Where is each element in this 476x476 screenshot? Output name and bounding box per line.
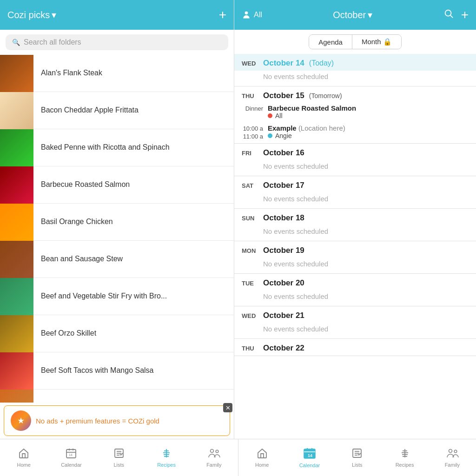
svg-point-1: [445, 10, 451, 16]
picks-dropdown-arrow: ▾: [52, 9, 56, 20]
view-toggle: Agenda Month 🔒: [309, 34, 402, 49]
day-date: October 17: [263, 181, 304, 190]
bottom-nav-container: Home 14 Calendar: [0, 439, 476, 476]
family-icon-left: [207, 448, 220, 460]
event-title: Example (Location here): [268, 124, 469, 132]
recipe-item[interactable]: Basil Orange Chicken: [0, 204, 234, 241]
search-button[interactable]: [443, 8, 454, 21]
calendar-day: THU October 22: [234, 339, 476, 356]
today-label: (Today): [309, 59, 334, 67]
recipe-item[interactable]: Beef Orzo Skillet: [0, 315, 234, 352]
calendar-event[interactable]: Dinner Barbecue Roasted Salmon All: [234, 103, 476, 123]
left-header-title[interactable]: Cozi picks ▾: [7, 9, 56, 20]
nav-item-home-right[interactable]: Home: [238, 439, 286, 476]
person-dot: [268, 133, 272, 138]
svg-point-34: [454, 450, 457, 453]
recipe-item[interactable]: Bean and Sausage Stew: [0, 241, 234, 278]
day-header: WED October 14 (Today): [234, 54, 476, 71]
recipe-thumbnail: [0, 55, 33, 92]
recipe-list: Alan's Flank Steak Bacon Cheddar Apple F…: [0, 55, 234, 403]
month-label: October: [333, 10, 366, 20]
calendar-content: WED October 14 (Today) No events schedul…: [234, 54, 476, 439]
calendar-icon-right: 14: [304, 448, 316, 461]
day-header: WED October 21: [234, 306, 476, 323]
home-icon-right: [257, 448, 268, 460]
family-icon-right: [446, 448, 459, 460]
search-icon: [443, 8, 454, 19]
month-tab[interactable]: Month 🔒: [352, 35, 401, 49]
recipe-thumbnail: [0, 166, 33, 204]
agenda-tab[interactable]: Agenda: [309, 35, 352, 49]
svg-point-17: [211, 449, 214, 452]
search-placeholder: Search all folders: [24, 38, 81, 46]
day-of-week: FRI: [242, 150, 258, 157]
calendar-day: WED October 14 (Today) No events schedul…: [234, 54, 476, 86]
no-events-text: No events scheduled: [234, 291, 476, 306]
recipe-thumbnail: [0, 92, 33, 129]
recipe-name: Alan's Flank Steak: [33, 68, 110, 78]
search-icon: 🔍: [12, 39, 20, 46]
month-selector[interactable]: October ▾: [333, 9, 372, 20]
person-filter[interactable]: All: [242, 10, 262, 20]
day-of-week: THU: [242, 93, 258, 99]
day-header: SUN October 18: [234, 209, 476, 225]
day-date: October 14: [263, 59, 304, 68]
home-icon-left: [18, 448, 29, 460]
nav-item-family-left[interactable]: Family: [190, 439, 238, 476]
recipe-name: Bean and Sausage Stew: [33, 254, 130, 264]
nav-item-family-right[interactable]: Family: [429, 439, 476, 476]
nav-label-calendar-right: Calendar: [299, 463, 320, 468]
person-name: All: [275, 112, 283, 119]
day-date: October 15: [263, 91, 304, 100]
event-person: Angie: [268, 132, 469, 139]
nav-label-recipes-left: Recipes: [157, 462, 176, 468]
nav-label-home-left: Home: [17, 462, 30, 468]
nav-item-lists-right[interactable]: Lists: [333, 439, 381, 476]
add-recipe-button[interactable]: +: [219, 8, 226, 21]
recipe-item[interactable]: Alan's Flank Steak: [0, 55, 234, 92]
recipe-name: Beef and Vegetable Stir Fry with Bro...: [33, 291, 174, 301]
nav-item-recipes-right[interactable]: Recipes: [381, 439, 428, 476]
no-events-text: No events scheduled: [234, 160, 476, 176]
recipe-item[interactable]: Beef Soft Tacos with Mango Salsa: [0, 352, 234, 390]
calendar-day: FRI October 16 No events scheduled: [234, 144, 476, 176]
event-time: Dinner: [242, 104, 263, 122]
no-events-text: No events scheduled: [234, 193, 476, 208]
recipe-item[interactable]: Beef and Vegetable Stir Fry with Bro...: [0, 278, 234, 315]
nav-item-home-left[interactable]: Home: [0, 439, 47, 476]
nav-item-lists-left[interactable]: Lists: [95, 439, 143, 476]
day-header: MON October 19: [234, 241, 476, 258]
nav-item-calendar-right[interactable]: 14 Calendar: [286, 439, 333, 476]
ad-banner[interactable]: ★ No ads + premium features = COZi gold …: [4, 405, 230, 436]
nav-label-recipes-right: Recipes: [396, 462, 414, 468]
nav-label-lists-right: Lists: [352, 462, 363, 468]
day-date: October 18: [263, 213, 304, 223]
recipe-item[interactable]: Baked Penne with Ricotta and Spinach: [0, 129, 234, 166]
recipe-item[interactable]: Barbecue Roasted Salmon: [0, 166, 234, 204]
lists-icon-left: [113, 448, 125, 460]
nav-label-calendar-left: Calendar: [61, 462, 82, 468]
search-bar[interactable]: 🔍 Search all folders: [6, 34, 228, 50]
person-icon: [242, 10, 251, 20]
recipe-thumbnail: [0, 204, 33, 241]
event-title: Barbecue Roasted Salmon: [268, 104, 469, 112]
event-person: All: [268, 112, 469, 119]
recipe-item[interactable]: Bacon Cheddar Apple Frittata: [0, 92, 234, 129]
add-event-button[interactable]: +: [461, 7, 469, 22]
recipe-item[interactable]: Braised Chicken with Olives and Chic...: [0, 390, 234, 403]
event-time-end: 11:00 a: [242, 132, 263, 140]
recipe-name: Beef Soft Tacos with Mango Salsa: [33, 366, 161, 376]
recipe-thumbnail: [0, 315, 33, 352]
svg-point-18: [216, 450, 219, 453]
calendar-event[interactable]: 10:00 a 11:00 a Example (Location here) …: [234, 123, 476, 143]
day-date: October 19: [263, 246, 304, 255]
day-header: SAT October 17: [234, 176, 476, 193]
nav-item-calendar-left[interactable]: 14 Calendar: [47, 439, 95, 476]
day-of-week: SAT: [242, 182, 258, 189]
recipe-thumbnail: [0, 278, 33, 315]
no-events-text: No events scheduled: [234, 258, 476, 273]
day-of-week: SUN: [242, 215, 258, 222]
ad-close-button[interactable]: ✕: [223, 403, 232, 412]
nav-item-recipes-left[interactable]: Recipes: [143, 439, 190, 476]
day-header: THU October 22: [234, 339, 476, 356]
